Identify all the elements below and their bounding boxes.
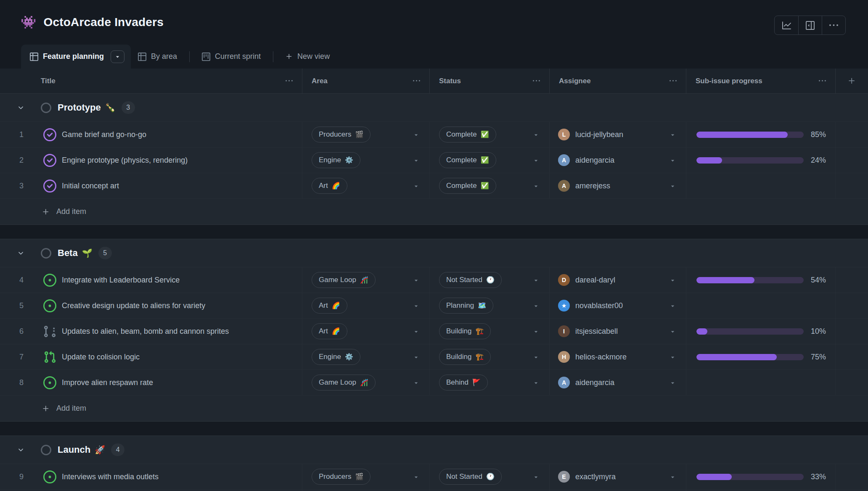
issue-title[interactable]: Engine prototype (physics, rendering) [62, 156, 188, 165]
dropdown-caret-icon[interactable] [670, 132, 676, 138]
insights-button[interactable] [775, 16, 798, 34]
area-pill[interactable]: Game Loop 🎢 [312, 375, 376, 391]
column-menu-icon[interactable] [819, 77, 826, 84]
status-cell[interactable]: Complete ✅ [429, 122, 549, 147]
dropdown-caret-icon[interactable] [413, 183, 419, 189]
column-sub-issue-progress[interactable]: Sub-issue progress [686, 69, 835, 93]
dropdown-caret-icon[interactable] [670, 183, 676, 189]
dropdown-caret-icon[interactable] [670, 157, 676, 164]
area-pill[interactable]: Game Loop 🎢 [312, 272, 376, 288]
area-cell[interactable]: Producers 🎬 [302, 464, 429, 489]
status-cell[interactable]: Planning 🗺️ [429, 293, 549, 318]
chevron-down-icon[interactable] [17, 446, 24, 454]
dropdown-caret-icon[interactable] [533, 277, 539, 283]
area-cell[interactable]: Producers 🎬 [302, 122, 429, 147]
title-cell[interactable]: 6 Updates to alien, beam, bomb and canno… [0, 319, 302, 344]
assignee-cell[interactable]: L lucid-jellybean [549, 122, 686, 147]
assignee-cell[interactable]: A amerejess [549, 173, 686, 198]
assignee-cell[interactable]: E exactlymyra [549, 464, 686, 489]
dropdown-caret-icon[interactable] [413, 157, 419, 164]
area-cell[interactable]: Game Loop 🎢 [302, 267, 429, 293]
dropdown-caret-icon[interactable] [533, 303, 539, 309]
status-cell[interactable]: Not Started 🕐 [429, 464, 549, 489]
status-pill[interactable]: Planning 🗺️ [439, 298, 493, 314]
dropdown-caret-icon[interactable] [413, 380, 419, 386]
chevron-down-icon[interactable] [17, 250, 24, 257]
dropdown-caret-icon[interactable] [670, 354, 676, 360]
area-pill[interactable]: Producers 🎬 [312, 127, 370, 143]
status-pill[interactable]: Complete ✅ [439, 152, 496, 168]
tab-by-area[interactable]: By area [131, 45, 184, 69]
title-cell[interactable]: 1 Game brief and go-no-go [0, 122, 302, 147]
status-cell[interactable]: Not Started 🕐 [429, 267, 549, 293]
issue-title[interactable]: Integrate with Leaderboard Service [62, 276, 180, 285]
tab-current-sprint[interactable]: Current sprint [195, 45, 268, 69]
issue-title[interactable]: Interviews with media outlets [62, 473, 159, 481]
issue-title[interactable]: Update to colision logic [62, 353, 140, 362]
area-cell[interactable]: Engine ⚙️ [302, 344, 429, 370]
column-area[interactable]: Area [302, 69, 429, 93]
assignee-cell[interactable]: A aidengarcia [549, 148, 686, 173]
add-column-button[interactable] [835, 69, 868, 93]
status-pill[interactable]: Building 🏗️ [439, 349, 491, 365]
column-menu-icon[interactable] [286, 77, 293, 84]
area-cell[interactable]: Game Loop 🎢 [302, 370, 429, 395]
side-panel-button[interactable] [798, 16, 822, 34]
area-pill[interactable]: Engine ⚙️ [312, 349, 360, 365]
title-cell[interactable]: 2 Engine prototype (physics, rendering) [0, 148, 302, 173]
dropdown-caret-icon[interactable] [670, 474, 676, 480]
title-cell[interactable]: 5 Creative design update to aliens for v… [0, 293, 302, 318]
dropdown-caret-icon[interactable] [413, 474, 419, 480]
status-pill[interactable]: Behind 🚩 [439, 375, 488, 391]
dropdown-caret-icon[interactable] [413, 303, 419, 309]
dropdown-caret-icon[interactable] [533, 354, 539, 360]
area-cell[interactable]: Engine ⚙️ [302, 148, 429, 173]
issue-title[interactable]: Game brief and go-no-go [62, 130, 146, 139]
area-pill[interactable]: Art 🌈 [312, 178, 347, 194]
issue-title[interactable]: Creative design update to aliens for var… [62, 301, 205, 310]
area-pill[interactable]: Producers 🎬 [312, 469, 370, 485]
dropdown-caret-icon[interactable] [533, 328, 539, 335]
column-assignee[interactable]: Assignee [549, 69, 686, 93]
title-cell[interactable]: 7 Update to colision logic [0, 344, 302, 370]
status-cell[interactable]: Complete ✅ [429, 148, 549, 173]
issue-title[interactable]: Initial concept art [62, 182, 119, 190]
column-status[interactable]: Status [429, 69, 549, 93]
issue-title[interactable]: Improve alien respawn rate [62, 378, 153, 387]
status-pill[interactable]: Complete ✅ [439, 127, 496, 143]
assignee-cell[interactable]: A aidengarcia [549, 370, 686, 395]
status-pill[interactable]: Not Started 🕐 [439, 272, 502, 288]
group-header[interactable]: Launch 🚀 4 [0, 436, 868, 464]
status-cell[interactable]: Building 🏗️ [429, 344, 549, 370]
group-header[interactable]: Prototype 🍾 3 [0, 94, 868, 121]
dropdown-caret-icon[interactable] [670, 277, 676, 283]
status-cell[interactable]: Complete ✅ [429, 173, 549, 198]
status-pill[interactable]: Not Started 🕐 [439, 469, 502, 485]
add-item-button[interactable]: Add item [0, 395, 868, 421]
tab-feature-planning[interactable]: Feature planning [21, 45, 131, 69]
project-menu-button[interactable] [822, 16, 845, 34]
dropdown-caret-icon[interactable] [533, 157, 539, 164]
add-item-button[interactable]: Add item [0, 198, 868, 224]
dropdown-caret-icon[interactable] [533, 132, 539, 138]
area-cell[interactable]: Art 🌈 [302, 319, 429, 344]
issue-title[interactable]: Updates to alien, beam, bomb and cannon … [62, 327, 229, 336]
group-header[interactable]: Beta 🌱 5 [0, 239, 868, 267]
title-cell[interactable]: 8 Improve alien respawn rate [0, 370, 302, 395]
title-cell[interactable]: 9 Interviews with media outlets [0, 464, 302, 489]
column-menu-icon[interactable] [670, 77, 677, 84]
status-pill[interactable]: Building 🏗️ [439, 323, 491, 339]
new-view-button[interactable]: New view [278, 45, 337, 69]
area-pill[interactable]: Art 🌈 [312, 298, 347, 314]
view-options-button[interactable] [111, 50, 124, 63]
area-cell[interactable]: Art 🌈 [302, 173, 429, 198]
dropdown-caret-icon[interactable] [413, 277, 419, 283]
dropdown-caret-icon[interactable] [670, 328, 676, 335]
dropdown-caret-icon[interactable] [533, 183, 539, 189]
dropdown-caret-icon[interactable] [533, 474, 539, 480]
dropdown-caret-icon[interactable] [413, 132, 419, 138]
dropdown-caret-icon[interactable] [413, 354, 419, 360]
status-cell[interactable]: Behind 🚩 [429, 370, 549, 395]
status-pill[interactable]: Complete ✅ [439, 178, 496, 194]
dropdown-caret-icon[interactable] [533, 380, 539, 386]
